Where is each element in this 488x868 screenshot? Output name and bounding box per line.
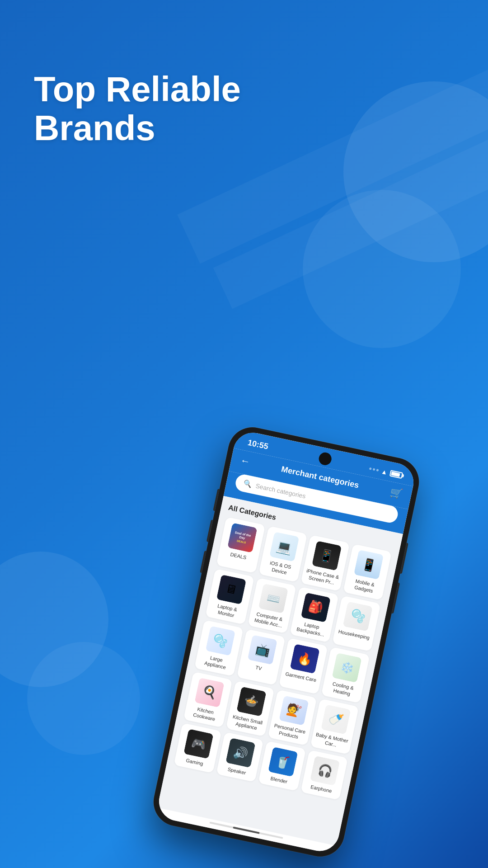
category-img-computer: ⌨️ xyxy=(258,583,288,613)
category-label-large-appliance: Large Appliance xyxy=(198,652,234,672)
category-card-ios[interactable]: 💻iOS & OS Device xyxy=(258,526,307,582)
category-img-gaming: 🎮 xyxy=(183,729,213,759)
category-card-laptop[interactable]: 🖥Laptop & Monitor xyxy=(205,568,254,624)
category-img-iphone-case: 📱 xyxy=(312,541,342,571)
category-label-kitchen-cookware: Kitchen Cookware xyxy=(187,704,223,724)
bg-circle-2 xyxy=(303,190,461,348)
status-time: 10:55 xyxy=(247,438,269,452)
category-label-deals: DEALS xyxy=(230,551,247,561)
bg-circle-4 xyxy=(27,642,140,755)
category-img-backpack: 🎒 xyxy=(300,592,330,622)
category-img-blender: 🥤 xyxy=(268,747,298,777)
category-img-earphone: 🎧 xyxy=(310,756,340,786)
category-card-backpack[interactable]: 🎒Laptop Backpacks... xyxy=(290,586,338,642)
category-card-earphone[interactable]: 🎧Earphone xyxy=(300,750,348,800)
category-img-large-appliance: 🫧 xyxy=(205,626,235,656)
category-card-computer[interactable]: ⌨️Computer & Mobile Acc... xyxy=(248,577,296,633)
category-card-cooling-heating[interactable]: ❄️Cooling & Heating xyxy=(321,647,370,703)
category-img-cooling-heating: ❄️ xyxy=(332,653,362,683)
category-img-ios: 💻 xyxy=(269,532,299,561)
category-label-ios: iOS & OS Device xyxy=(262,558,298,578)
category-card-gaming[interactable]: 🎮Gaming xyxy=(174,723,221,773)
category-label-tv: TV xyxy=(255,664,263,672)
category-label-computer: Computer & Mobile Acc... xyxy=(251,610,287,630)
hero-title: Top Reliable Brands xyxy=(34,70,241,148)
category-label-personal-care: Personal Care Products xyxy=(271,722,307,742)
categories-section: All Categories Deal of the DayDEALSDEALS… xyxy=(157,496,403,846)
category-label-iphone-case: iPhone Case & Screen Pr... xyxy=(304,567,340,587)
signal-dot-2 xyxy=(373,468,375,471)
category-label-kitchen-small: Kitchen Small Appliance xyxy=(229,713,265,733)
phone-outer: 10:55 ▲ ← Merchant categories xyxy=(149,423,424,861)
signal-dots xyxy=(369,467,379,472)
category-label-gaming: Gaming xyxy=(185,757,204,767)
front-camera xyxy=(318,451,333,466)
category-card-large-appliance[interactable]: 🫧Large Appliance xyxy=(194,620,243,676)
category-img-baby: 🍼 xyxy=(321,704,351,734)
category-card-personal-care[interactable]: 💇Personal Care Products xyxy=(268,689,317,745)
category-card-baby[interactable]: 🍼Baby & Mother Car... xyxy=(310,698,359,755)
search-icon: 🔍 xyxy=(243,479,253,489)
category-img-personal-care: 💇 xyxy=(279,695,309,725)
category-label-speaker: Speaker xyxy=(227,766,246,777)
phone-screen: 10:55 ▲ ← Merchant categories xyxy=(155,429,417,854)
category-card-blender[interactable]: 🥤Blender xyxy=(258,741,305,791)
category-img-housekeeping: 🫧 xyxy=(343,601,373,631)
category-img-speaker: 🔊 xyxy=(225,738,255,768)
category-img-laptop: 🖥 xyxy=(216,574,246,604)
wifi-icon: ▲ xyxy=(380,467,388,476)
cart-icon[interactable]: 🛒 xyxy=(389,486,404,500)
signal-dot-3 xyxy=(376,469,379,472)
category-card-speaker[interactable]: 🔊Speaker xyxy=(216,732,263,782)
back-button[interactable]: ← xyxy=(239,454,251,468)
category-label-baby: Baby & Mother Car... xyxy=(314,731,350,751)
category-card-housekeeping[interactable]: 🫧Housekeeping xyxy=(332,595,381,651)
signal-dot-1 xyxy=(369,467,372,470)
status-icons: ▲ xyxy=(369,465,404,479)
category-label-earphone: Earphone xyxy=(310,784,333,795)
category-card-mobile[interactable]: 📱Mobile & Gadgets xyxy=(343,544,392,600)
hero-section: Top Reliable Brands xyxy=(34,70,241,148)
category-img-kitchen-cookware: 🍳 xyxy=(194,677,224,707)
category-label-mobile: Mobile & Gadgets xyxy=(346,576,382,596)
categories-grid: Deal of the DayDEALSDEALS💻iOS & OS Devic… xyxy=(174,517,392,800)
category-card-kitchen-small[interactable]: 🍲Kitchen Small Appliance xyxy=(225,680,274,736)
category-img-kitchen-small: 🍲 xyxy=(237,686,267,716)
battery-fill xyxy=(391,472,400,477)
category-card-kitchen-cookware[interactable]: 🍳Kitchen Cookware xyxy=(183,671,232,727)
category-img-mobile: 📱 xyxy=(354,550,384,580)
phone-mockup: 10:55 ▲ ← Merchant categories xyxy=(149,423,424,861)
category-label-cooling-heating: Cooling & Heating xyxy=(324,679,361,699)
category-label-blender: Blender xyxy=(270,775,288,785)
category-card-garment-care[interactable]: 🔥Garment Care xyxy=(279,638,328,694)
category-card-tv[interactable]: 📺TV xyxy=(237,629,286,685)
category-card-iphone-case[interactable]: 📱iPhone Case & Screen Pr... xyxy=(300,535,349,591)
category-img-deals: Deal of the DayDEALS xyxy=(227,523,257,552)
battery-icon xyxy=(389,470,403,479)
category-card-deals[interactable]: Deal of the DayDEALSDEALS xyxy=(216,517,265,573)
category-img-tv: 📺 xyxy=(248,635,277,665)
category-img-garment-care: 🔥 xyxy=(290,644,319,674)
